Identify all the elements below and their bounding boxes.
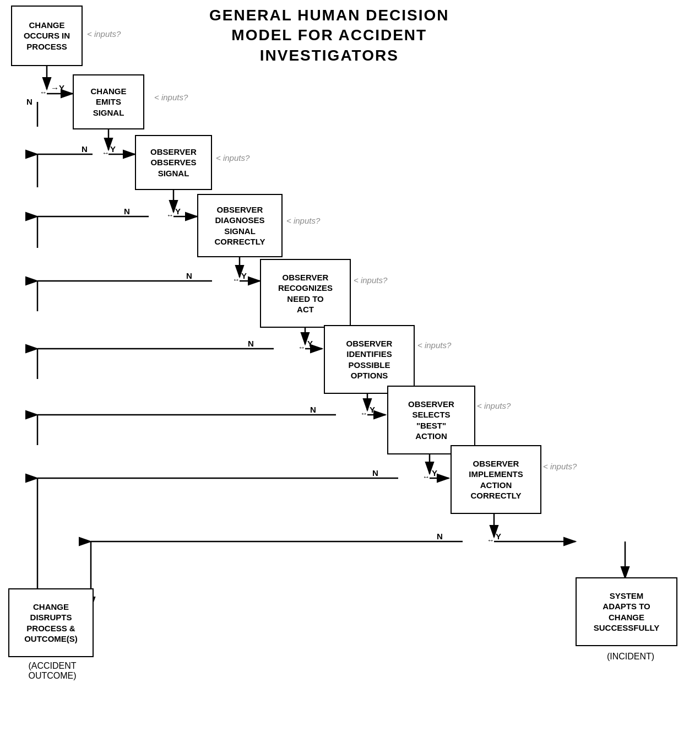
- inputs-label-3: < inputs?: [216, 153, 249, 163]
- box-observer-identifies: OBSERVER IDENTIFIES POSSIBLE OPTIONS: [324, 325, 415, 394]
- svg-text:Y: Y: [307, 339, 313, 348]
- box-observer-selects: OBSERVER SELECTS "BEST" ACTION: [387, 386, 475, 454]
- svg-text:↔: ↔: [232, 275, 240, 284]
- box-change-emits: CHANGE EMITS SIGNAL: [73, 74, 144, 129]
- svg-text:N: N: [372, 468, 378, 478]
- svg-text:↔: ↔: [102, 149, 109, 157]
- svg-text:Y: Y: [370, 405, 375, 414]
- box-observer-observes: OBSERVER OBSERVES SIGNAL: [135, 135, 212, 190]
- box-change-occurs: CHANGE OCCURS IN PROCESS: [11, 6, 83, 66]
- svg-text:→Y: →Y: [51, 83, 64, 93]
- svg-text:Y: Y: [175, 207, 181, 216]
- svg-text:↔: ↔: [40, 88, 47, 96]
- inputs-label-4: < inputs?: [286, 216, 320, 225]
- svg-text:↔: ↔: [422, 473, 430, 481]
- inputs-label-2: < inputs?: [154, 93, 188, 102]
- box-observer-diagnoses: OBSERVER DIAGNOSES SIGNAL CORRECTLY: [197, 194, 283, 257]
- inputs-label-6: < inputs?: [417, 340, 451, 350]
- svg-text:↔: ↔: [298, 343, 305, 351]
- svg-text:N: N: [124, 207, 130, 216]
- svg-text:Y: Y: [432, 468, 437, 478]
- svg-text:N: N: [82, 144, 88, 154]
- svg-text:Y: Y: [241, 271, 247, 280]
- svg-text:N: N: [26, 97, 32, 106]
- label-incident: (INCIDENT): [581, 652, 680, 662]
- svg-text:N: N: [186, 271, 192, 280]
- svg-text:N: N: [310, 405, 316, 414]
- svg-text:↔: ↔: [166, 211, 173, 219]
- label-accident-outcome: (ACCIDENT OUTCOME): [6, 661, 99, 681]
- box-change-disrupts: CHANGE DISRUPTS PROCESS & OUTCOME(S): [8, 588, 94, 657]
- svg-text:Y: Y: [496, 532, 501, 541]
- svg-text:Y: Y: [110, 144, 116, 154]
- svg-text:↔: ↔: [487, 536, 494, 544]
- diagram-container: GENERAL HUMAN DECISION MODEL FOR ACCIDEN…: [0, 0, 700, 731]
- box-observer-implements: OBSERVER IMPLEMENTS ACTION CORRECTLY: [451, 445, 541, 514]
- svg-text:N: N: [248, 339, 254, 348]
- svg-text:↔: ↔: [360, 409, 367, 418]
- box-system-adapts: SYSTEM ADAPTS TO CHANGE SUCCESSFULLY: [576, 577, 677, 646]
- inputs-label-5: < inputs?: [354, 275, 387, 285]
- inputs-label-7: < inputs?: [477, 401, 511, 410]
- svg-text:N: N: [437, 532, 443, 541]
- inputs-label-8: < inputs?: [543, 462, 577, 471]
- diagram-title: GENERAL HUMAN DECISION MODEL FOR ACCIDEN…: [209, 6, 449, 66]
- box-observer-recognizes: OBSERVER RECOGNIZES NEED TO ACT: [260, 259, 351, 328]
- inputs-label-1: < inputs?: [87, 29, 121, 39]
